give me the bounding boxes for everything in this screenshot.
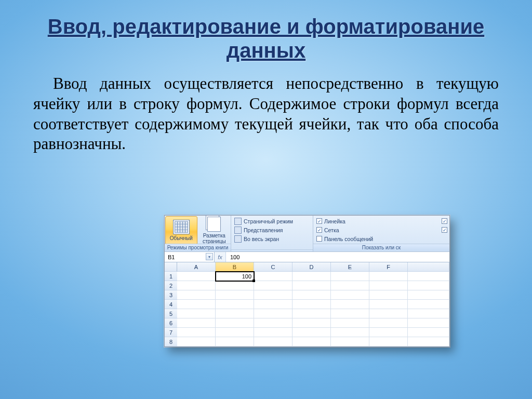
cell[interactable] [216,300,254,309]
cell[interactable] [369,290,408,300]
cell[interactable] [177,328,216,337]
cell[interactable] [292,309,331,318]
row-header[interactable]: 3 [165,290,177,300]
name-box[interactable]: B1 ▾ [165,252,215,262]
row-header[interactable]: 6 [165,318,177,328]
cell[interactable] [216,309,254,318]
page-layout-label: Разметка страницы [203,233,226,244]
row-header[interactable]: 5 [165,309,177,318]
group-views-title: Режимы просмотра книги [165,244,231,251]
cell[interactable] [331,328,369,337]
cell[interactable] [177,272,216,281]
extra-checkbox-1[interactable]: ✓ [442,218,447,224]
fullscreen-button[interactable]: Во весь экран [232,234,313,243]
ribbon-group-views: Обычный Разметка страницы Режимы просмот… [165,216,231,251]
col-header[interactable] [408,262,449,272]
cell[interactable] [369,337,408,347]
name-box-dropdown-icon[interactable]: ▾ [206,253,213,260]
cell[interactable] [292,300,331,309]
cell[interactable] [369,300,408,309]
cell[interactable] [177,309,216,318]
cell[interactable] [331,309,369,318]
spreadsheet-grid: 1 2 3 4 5 6 7 8 A B C D E F 100 [165,262,449,347]
row-header[interactable]: 4 [165,300,177,309]
cell[interactable] [216,337,254,347]
cell[interactable] [408,318,449,328]
cell[interactable] [408,290,449,300]
cell[interactable] [331,337,369,347]
cell[interactable] [292,290,331,300]
cell[interactable] [216,318,254,328]
message-bar-checkbox[interactable] [316,236,322,242]
row-header[interactable]: 1 [165,272,177,281]
row-header[interactable]: 8 [165,337,177,347]
cell[interactable] [216,328,254,337]
gridlines-checkbox[interactable]: ✓ [316,227,322,233]
row-header[interactable]: 7 [165,328,177,337]
cell[interactable] [177,300,216,309]
col-header[interactable]: D [292,262,331,272]
ruler-checkbox[interactable]: ✓ [316,218,322,224]
cell[interactable] [331,272,369,281]
formula-input[interactable]: 100 [226,252,449,262]
cell[interactable] [331,281,369,290]
cell[interactable] [331,318,369,328]
cell[interactable] [216,281,254,290]
page-break-preview-button[interactable]: Страничный режим [232,217,313,225]
col-header[interactable]: E [331,262,369,272]
fx-button[interactable]: fx [215,252,226,262]
page-break-icon [234,218,242,225]
page-icon [207,217,221,232]
page-layout-button[interactable]: Разметка страницы [198,216,231,245]
col-header[interactable]: F [369,262,408,272]
group-views-title-2 [231,249,313,251]
cell[interactable] [408,337,449,347]
cell[interactable] [254,281,292,290]
cell[interactable] [369,309,408,318]
cell[interactable] [408,272,449,281]
normal-view-button[interactable]: Обычный [165,216,197,245]
cell[interactable] [292,337,331,347]
name-box-value: B1 [168,254,175,260]
cell[interactable] [254,328,292,337]
cell[interactable] [216,290,254,300]
cell[interactable] [369,281,408,290]
col-header[interactable]: A [177,262,216,272]
cell[interactable] [254,309,292,318]
cell[interactable] [177,337,216,347]
cell[interactable] [254,318,292,328]
select-all-corner[interactable] [165,262,177,272]
extra-checkbox-2[interactable]: ✓ [442,227,447,233]
slide-title: Ввод, редактирование и форматирование да… [33,15,499,62]
cell[interactable] [331,300,369,309]
cell[interactable] [292,328,331,337]
cell[interactable] [369,318,408,328]
cell[interactable] [408,281,449,290]
cell[interactable] [369,272,408,281]
formula-bar: B1 ▾ fx 100 [165,252,449,262]
page-break-label: Страничный режим [244,218,293,224]
cell[interactable] [408,309,449,318]
cell[interactable] [254,337,292,347]
cell[interactable] [254,290,292,300]
fullscreen-icon [234,235,242,243]
cell[interactable] [254,300,292,309]
custom-views-icon [234,227,242,234]
custom-views-button[interactable]: Представления [232,225,313,234]
cell[interactable] [292,281,331,290]
cell[interactable] [369,328,408,337]
cell[interactable] [408,328,449,337]
cell[interactable] [292,318,331,328]
col-header[interactable]: B [216,262,254,272]
row-header[interactable]: 2 [165,281,177,290]
cell[interactable] [254,272,292,281]
ribbon: Обычный Разметка страницы Режимы просмот… [165,216,449,252]
col-header[interactable]: C [254,262,292,272]
cell[interactable] [177,318,216,328]
cell[interactable] [177,281,216,290]
cell[interactable] [292,272,331,281]
cell[interactable] [408,300,449,309]
cell[interactable] [331,290,369,300]
cell[interactable] [177,290,216,300]
cell-selected[interactable]: 100 [216,272,254,281]
